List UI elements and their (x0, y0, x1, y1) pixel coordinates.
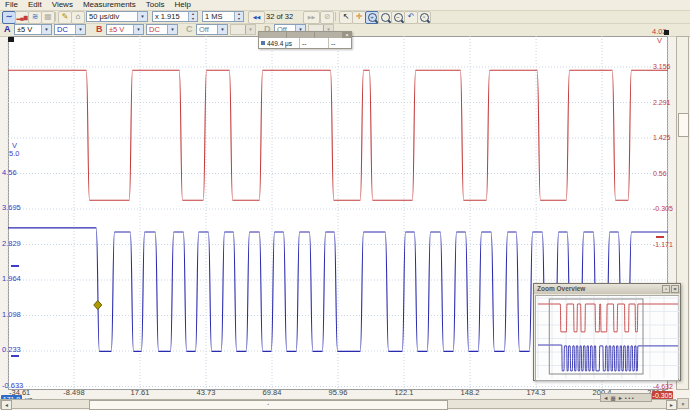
x-axis-tick-label: -8.498 (60, 389, 88, 397)
left-axis-top-value: 5.0 (9, 150, 19, 158)
zoom-overview-body (535, 295, 679, 381)
x-axis-tick-label: 43.73 (192, 389, 220, 397)
left-axis-tick-label: 1.964 (2, 275, 21, 283)
left-axis-tick-label: 1.098 (2, 311, 21, 319)
ruler-legend-row: 449.4 μs -- -- (259, 38, 351, 48)
right-axis-tick-label: -1.171 (653, 241, 673, 249)
right-axis-tick-label: 3.156 (653, 63, 671, 71)
left-axis-tick-label: 3.695 (2, 204, 21, 212)
right-axis-tick-label: -0.305 (653, 205, 673, 213)
scroll-right-icon[interactable]: ► (666, 400, 677, 410)
right-axis-tick-label: 0.56 (653, 170, 667, 178)
pin-icon[interactable]: ▫ (662, 285, 670, 293)
vertical-scroll-thumb[interactable] (678, 113, 689, 137)
ruler-col3-value: -- (329, 38, 351, 48)
signal-ruler-handle-a1[interactable] (11, 265, 19, 267)
nav-next-icon[interactable]: ► (618, 394, 623, 401)
scroll-corner[interactable]: ▼ (677, 398, 689, 409)
right-axis-tick-label: 2.291 (653, 99, 671, 107)
x-axis-tick-label: 95.96 (324, 389, 352, 397)
right-axis-unit: V (657, 37, 662, 45)
zoom-overview-window: Zoom Overview ▫ × (533, 283, 681, 381)
zoom-overview-thumbnail (536, 296, 680, 378)
ruler-delta-value: 449.4 μs (267, 39, 292, 48)
time-ruler-handle[interactable] (8, 37, 14, 42)
left-axis-tick-label: 0.233 (2, 346, 21, 354)
horizontal-scrollbar[interactable]: ◄ ▪ ► (0, 399, 676, 409)
nav-prev-icon[interactable]: ◄ (603, 394, 608, 401)
zoom-overview-title: Zoom Overview (537, 284, 662, 294)
close-icon[interactable]: × (671, 285, 679, 293)
buffer-nav-widget[interactable]: ◄ ▦ ► ▪ ▪ ▪ (600, 393, 652, 402)
ruler-col2-value: -- (300, 38, 329, 48)
left-axis-tick-label: 4.56 (2, 169, 17, 177)
x-axis-tick-label: 69.84 (258, 389, 286, 397)
x-axis-tick-label: 17.61 (126, 389, 154, 397)
horizontal-scroll-thumb[interactable]: ▪ (89, 400, 448, 410)
scroll-left-icon[interactable]: ◄ (1, 400, 12, 410)
signal-ruler-handle-a2[interactable] (11, 355, 19, 357)
nav-grid-icon[interactable]: ▦ (610, 394, 615, 401)
x-axis-tick-label: 148.2 (456, 389, 484, 397)
ruler-delta-icon (261, 41, 265, 45)
x-axis-tick-label: 174.3 (522, 389, 550, 397)
left-axis-tick-label: 2.829 (2, 240, 21, 248)
picoscope-window: FileEditViewsMeasurementsToolsHelp ∼ ▂▄▆… (0, 0, 690, 410)
nav-dots: ▪ ▪ ▪ (625, 394, 634, 401)
right-axis-tick-label: 1.425 (653, 134, 671, 142)
trigger-marker[interactable] (94, 301, 102, 310)
ruler-handle-b[interactable] (664, 30, 669, 35)
zoom-overview-titlebar[interactable]: Zoom Overview ▫ × (534, 284, 680, 294)
signal-ruler-handle-b1[interactable] (656, 236, 664, 238)
x-axis-tick-label: 122.1 (390, 389, 418, 397)
ruler-legend[interactable]: × 449.4 μs -- -- (258, 31, 352, 49)
